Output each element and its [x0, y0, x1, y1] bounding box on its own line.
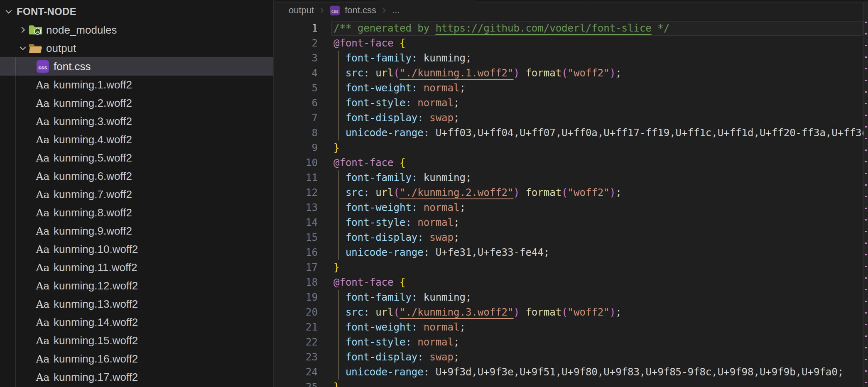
font-file-icon: Aa [36, 151, 50, 165]
line-number: 17 [275, 260, 318, 275]
breadcrumb-item-output[interactable]: output [289, 5, 314, 16]
tree-item-kunming.10.woff2[interactable]: Aakunming.10.woff2 [0, 240, 273, 258]
line-number: 9 [275, 140, 318, 155]
code-line-6[interactable]: 6 font-style: normal; [275, 96, 863, 110]
code-text: font-style: normal; [333, 96, 459, 110]
code-line-20[interactable]: 20 src: url("./kunming.3.woff2") format(… [275, 305, 863, 320]
minimap[interactable] [863, 2, 868, 387]
tree-item-kunming.11.woff2[interactable]: Aakunming.11.woff2 [0, 258, 273, 277]
tree-item-label: kunming.14.woff2 [54, 316, 138, 329]
code-text: font-weight: normal; [333, 81, 466, 96]
code-line-17[interactable]: 17} [275, 260, 863, 275]
tree-item-label: kunming.8.woff2 [54, 206, 132, 219]
code-line-7[interactable]: 7 font-display: swap; [275, 110, 863, 125]
code-line-14[interactable]: 14 font-style: normal; [275, 215, 863, 230]
tree-item-kunming.16.woff2[interactable]: Aakunming.16.woff2 [0, 350, 273, 368]
code-line-1[interactable]: 1/** generated by https://github.com/vod… [275, 21, 863, 36]
line-number: 23 [275, 350, 318, 365]
tree-item-kunming.14.woff2[interactable]: Aakunming.14.woff2 [0, 313, 273, 331]
code-line-11[interactable]: 11 font-family: kunming; [275, 170, 863, 185]
tree-item-kunming.8.woff2[interactable]: Aakunming.8.woff2 [0, 203, 273, 222]
line-number: 15 [275, 230, 318, 245]
code-text: src: url("./kunming.3.woff2") format("wo… [333, 305, 622, 320]
css-file-icon: css [36, 59, 50, 73]
font-file-icon: Aa [36, 206, 50, 220]
code-line-23[interactable]: 23 font-display: swap; [275, 350, 863, 365]
code-line-4[interactable]: 4 src: url("./kunming.1.woff2") format("… [275, 66, 863, 81]
tree-item-kunming.7.woff2[interactable]: Aakunming.7.woff2 [0, 185, 273, 203]
tree-item-label: output [46, 42, 76, 55]
code-line-19[interactable]: 19 font-family: kunming; [275, 290, 863, 305]
tree-item-font.css[interactable]: cssfont.css [0, 57, 273, 76]
code-text: font-display: swap; [333, 230, 459, 245]
font-file-icon: Aa [36, 78, 50, 92]
code-text: font-family: kunming; [333, 51, 471, 66]
tree-item-kunming.6.woff2[interactable]: Aakunming.6.woff2 [0, 167, 273, 185]
breadcrumb-item-font-css[interactable]: font.css [345, 5, 376, 16]
tree-item-kunming.2.woff2[interactable]: Aakunming.2.woff2 [0, 94, 273, 112]
tree-item-kunming.3.woff2[interactable]: Aakunming.3.woff2 [0, 112, 273, 130]
chevron-down-icon[interactable] [3, 6, 14, 17]
editor-pane: output css font.css ... 1/** generated b… [275, 0, 868, 387]
chevron-right-icon [319, 7, 325, 14]
code-line-22[interactable]: 22 font-style: normal; [275, 335, 863, 350]
code-text: font-family: kunming; [333, 290, 471, 305]
workspace-title: FONT-NODE [17, 6, 76, 17]
tree-item-kunming.9.woff2[interactable]: Aakunming.9.woff2 [0, 222, 273, 240]
code-area[interactable]: 1/** generated by https://github.com/vod… [275, 18, 863, 387]
code-line-8[interactable]: 8 unicode-range: U+ff03,U+ff04,U+ff07,U+… [275, 125, 863, 140]
svg-text:css: css [38, 64, 47, 71]
svg-text:JS: JS [35, 30, 39, 34]
tree-item-label: kunming.1.woff2 [54, 78, 132, 91]
code-text: src: url("./kunming.2.woff2") format("wo… [333, 185, 622, 200]
code-line-16[interactable]: 16 unicode-range: U+fe31,U+fe33-fe44; [275, 245, 863, 260]
code-line-25[interactable]: 25} [275, 380, 863, 387]
breadcrumb-item-symbols[interactable]: ... [392, 5, 400, 16]
line-number: 19 [275, 290, 318, 305]
tree-item-label: kunming.13.woff2 [54, 298, 138, 311]
code-text: @font-face { [333, 36, 405, 51]
tree-item-kunming.4.woff2[interactable]: Aakunming.4.woff2 [0, 130, 273, 149]
line-number: 5 [275, 81, 318, 96]
code-line-18[interactable]: 18@font-face { [275, 275, 863, 290]
tree-item-node-modules[interactable]: JSnode_modules [0, 21, 273, 39]
tree-item-kunming.1.woff2[interactable]: Aakunming.1.woff2 [0, 76, 273, 94]
code-lines: 1/** generated by https://github.com/vod… [275, 18, 863, 387]
tree-item-kunming.17.woff2[interactable]: Aakunming.17.woff2 [0, 368, 273, 386]
workspace-header[interactable]: FONT-NODE [0, 2, 273, 21]
code-line-10[interactable]: 10@font-face { [275, 155, 863, 170]
tree-item-kunming.13.woff2[interactable]: Aakunming.13.woff2 [0, 295, 273, 313]
line-number: 25 [275, 380, 318, 387]
code-line-12[interactable]: 12 src: url("./kunming.2.woff2") format(… [275, 185, 863, 200]
code-text: } [333, 260, 339, 275]
code-line-3[interactable]: 3 font-family: kunming; [275, 51, 863, 66]
line-number: 11 [275, 170, 318, 185]
breadcrumb: output css font.css ... [275, 2, 868, 18]
font-file-icon: Aa [36, 96, 50, 110]
tree-item-label: kunming.17.woff2 [54, 371, 138, 384]
explorer-sidebar: FONT-NODE JSnode_modulesoutputcssfont.cs… [0, 0, 274, 387]
font-file-icon: Aa [36, 242, 50, 256]
code-line-24[interactable]: 24 unicode-range: U+9f3d,U+9f3e,U+9f51,U… [275, 365, 863, 380]
tree-item-kunming.12.woff2[interactable]: Aakunming.12.woff2 [0, 277, 273, 295]
chevron-right-icon[interactable] [17, 24, 28, 35]
font-file-icon: Aa [36, 279, 50, 293]
line-number: 3 [275, 51, 318, 66]
tree-item-label: kunming.3.woff2 [54, 115, 132, 128]
code-line-15[interactable]: 15 font-display: swap; [275, 230, 863, 245]
code-line-2[interactable]: 2@font-face { [275, 36, 863, 51]
code-text: } [333, 140, 339, 155]
tree-item-kunming.15.woff2[interactable]: Aakunming.15.woff2 [0, 331, 273, 350]
code-line-21[interactable]: 21 font-weight: normal; [275, 320, 863, 335]
tree-item-kunming.5.woff2[interactable]: Aakunming.5.woff2 [0, 149, 273, 167]
tree-item-output[interactable]: output [0, 39, 273, 57]
code-line-9[interactable]: 9} [275, 140, 863, 155]
tree-item-label: kunming.15.woff2 [54, 334, 138, 347]
code-text: @font-face { [333, 155, 405, 170]
chevron-down-icon[interactable] [17, 43, 28, 54]
code-line-5[interactable]: 5 font-weight: normal; [275, 81, 863, 96]
css-file-icon: css [330, 5, 340, 16]
code-text: } [333, 380, 339, 387]
code-text: font-display: swap; [333, 350, 459, 365]
code-line-13[interactable]: 13 font-weight: normal; [275, 200, 863, 215]
